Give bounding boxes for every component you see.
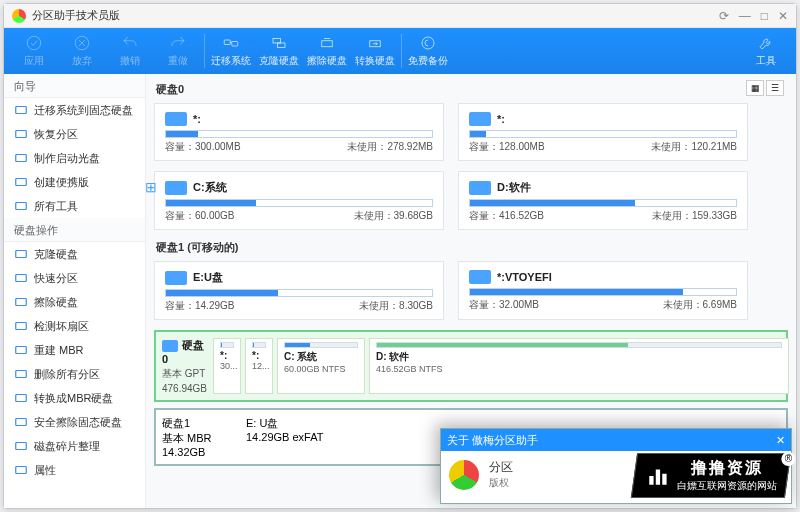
about-dialog-close[interactable]: ✕	[776, 434, 785, 447]
boot-disc-icon	[14, 151, 28, 165]
free-label: 未使用：39.68GB	[354, 209, 433, 223]
apply-button[interactable]: 应用	[10, 30, 58, 72]
sidebar-item-boot-disc-icon[interactable]: 制作启动光盘	[4, 146, 145, 170]
sidebar-item-label: 删除所有分区	[34, 367, 100, 382]
sidebar-item-convert-mbr-icon[interactable]: 转换成MBR硬盘	[4, 386, 145, 410]
partition-size: 30...	[220, 361, 234, 371]
portable-icon	[14, 175, 28, 189]
discard-button[interactable]: 放弃	[58, 30, 106, 72]
convert-disk-button[interactable]: 转换硬盘	[351, 30, 399, 72]
svg-rect-3	[232, 42, 238, 47]
watermark-icon	[645, 463, 671, 489]
sidebar-item-label: 擦除硬盘	[34, 295, 78, 310]
svg-rect-20	[16, 395, 27, 402]
backup-icon	[419, 34, 437, 52]
partition-size: 12...	[252, 361, 266, 371]
partition-card[interactable]: E:U盘 容量：14.29GB未使用：8.30GB	[154, 261, 444, 320]
disk-row-partition[interactable]: *: 12...	[245, 338, 273, 394]
cancel-icon	[73, 34, 91, 52]
sidebar-item-defrag-icon[interactable]: 磁盘碎片整理	[4, 434, 145, 458]
sidebar-item-delete-all-icon[interactable]: 删除所有分区	[4, 362, 145, 386]
drive-icon	[165, 271, 187, 285]
migrate-os-icon	[14, 103, 28, 117]
sidebar-item-properties-icon[interactable]: 属性	[4, 458, 145, 482]
sidebar-item-label: 安全擦除固态硬盘	[34, 415, 122, 430]
free-backup-button[interactable]: 免费备份	[404, 30, 452, 72]
partition-name: *:VTOYEFI	[497, 271, 552, 283]
view-grid-button[interactable]: ▦	[746, 80, 764, 96]
wipe-disk-icon	[14, 295, 28, 309]
usage-bar	[469, 288, 737, 296]
disk-row-partition[interactable]: E: U盘 14.29GB exFAT	[246, 416, 466, 443]
partition-card[interactable]: *: 容量：300.00MB未使用：278.92MB	[154, 103, 444, 161]
partition-label: *:	[220, 350, 234, 361]
window-controls: ⟳ — □ ✕	[719, 9, 788, 23]
redo-button[interactable]: 重做	[154, 30, 202, 72]
diskops-header: 硬盘操作	[4, 218, 145, 242]
partition-name: C:系统	[193, 180, 227, 195]
partition-card[interactable]: *: 容量：128.00MB未使用：120.21MB	[458, 103, 748, 161]
partition-label: C: 系统	[284, 350, 358, 364]
disk-row-partition[interactable]: D: 软件 416.52GB NTFS	[369, 338, 789, 394]
svg-rect-6	[322, 41, 333, 47]
sidebar-item-portable-icon[interactable]: 创建便携版	[4, 170, 145, 194]
partition-size: 416.52GB NTFS	[376, 364, 782, 374]
usage-bar	[469, 130, 737, 138]
drive-icon	[469, 112, 491, 126]
partition-name: D:软件	[497, 180, 531, 195]
undo-icon	[121, 34, 139, 52]
disk1-header: 硬盘1 (可移动的)	[156, 240, 788, 255]
tools-button[interactable]: 工具	[742, 30, 790, 72]
capacity-label: 容量：14.29GB	[165, 299, 234, 313]
migrate-icon	[222, 34, 240, 52]
main-toolbar: 应用 放弃 撤销 重做 迁移系统 克隆硬盘 擦除硬盘 转换硬盘 免费备份 工具	[4, 28, 796, 74]
sidebar-item-secure-erase-ssd-icon[interactable]: 安全擦除固态硬盘	[4, 410, 145, 434]
free-label: 未使用：120.21MB	[651, 140, 737, 154]
usage-bar	[165, 130, 433, 138]
clone-disk-icon	[14, 247, 28, 261]
close-button[interactable]: ✕	[778, 9, 788, 23]
sidebar-item-clone-disk-icon[interactable]: 克隆硬盘	[4, 242, 145, 266]
drive-icon	[469, 270, 491, 284]
free-label: 未使用：159.33GB	[652, 209, 737, 223]
refresh-icon[interactable]: ⟳	[719, 9, 729, 23]
wrench-icon	[757, 34, 775, 52]
migrate-os-button[interactable]: 迁移系统	[207, 30, 255, 72]
svg-rect-22	[16, 443, 27, 450]
properties-icon	[14, 463, 28, 477]
view-list-button[interactable]: ☰	[766, 80, 784, 96]
partition-size: 14.29GB exFAT	[246, 431, 466, 443]
disk-icon	[162, 340, 178, 352]
partition-card[interactable]: *:VTOYEFI 容量：32.00MB未使用：6.69MB	[458, 261, 748, 320]
app-title: 分区助手技术员版	[32, 8, 719, 23]
svg-rect-19	[16, 371, 27, 378]
wipe-disk-button[interactable]: 擦除硬盘	[303, 30, 351, 72]
svg-rect-23	[16, 467, 27, 474]
quick-partition-icon	[14, 271, 28, 285]
partition-size: 60.00GB NTFS	[284, 364, 358, 374]
free-label: 未使用：8.30GB	[359, 299, 433, 313]
maximize-button[interactable]: □	[761, 9, 768, 23]
convert-icon	[366, 34, 384, 52]
sidebar-item-migrate-os-icon[interactable]: 迁移系统到固态硬盘	[4, 98, 145, 122]
check-icon	[25, 34, 43, 52]
undo-button[interactable]: 撤销	[106, 30, 154, 72]
partition-card[interactable]: C:系统 容量：60.00GB未使用：39.68GB	[154, 171, 444, 230]
disk-row[interactable]: 硬盘0 基本 GPT 476.94GB *: 30... *: 12... C:…	[154, 330, 788, 402]
app-logo-icon	[12, 9, 26, 23]
sidebar-item-surface-test-icon[interactable]: 检测坏扇区	[4, 314, 145, 338]
svg-rect-2	[224, 40, 230, 45]
clone-disk-button[interactable]: 克隆硬盘	[255, 30, 303, 72]
disk-row-partition[interactable]: C: 系统 60.00GB NTFS	[277, 338, 365, 394]
disk-row-partition[interactable]: *: 30...	[213, 338, 241, 394]
rebuild-mbr-icon	[14, 343, 28, 357]
svg-rect-17	[16, 323, 27, 330]
sidebar-item-wipe-disk-icon[interactable]: 擦除硬盘	[4, 290, 145, 314]
disk0-header: 硬盘0	[156, 82, 788, 97]
sidebar-item-quick-partition-icon[interactable]: 快速分区	[4, 266, 145, 290]
minimize-button[interactable]: —	[739, 9, 751, 23]
sidebar-item-recover-partition-icon[interactable]: 恢复分区	[4, 122, 145, 146]
sidebar-item-all-tools-icon[interactable]: 所有工具	[4, 194, 145, 218]
partition-card[interactable]: D:软件 容量：416.52GB未使用：159.33GB	[458, 171, 748, 230]
sidebar-item-rebuild-mbr-icon[interactable]: 重建 MBR	[4, 338, 145, 362]
